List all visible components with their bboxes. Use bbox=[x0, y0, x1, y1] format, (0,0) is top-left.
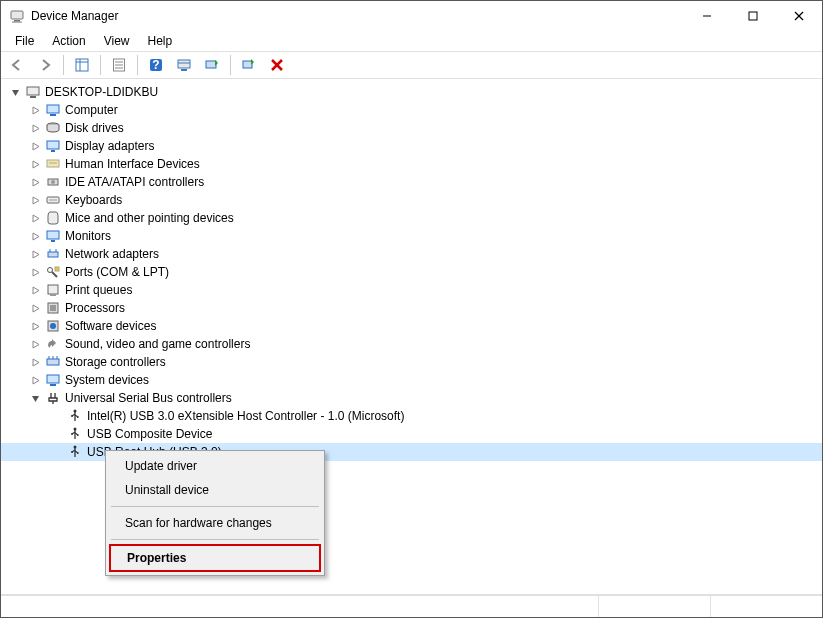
maximize-button[interactable] bbox=[730, 1, 776, 31]
expand-icon[interactable] bbox=[29, 374, 41, 386]
usb-icon bbox=[67, 408, 83, 424]
forward-button[interactable] bbox=[33, 53, 57, 77]
collapse-icon[interactable] bbox=[9, 86, 21, 98]
tree-category[interactable]: IDE ATA/ATAPI controllers bbox=[1, 173, 822, 191]
expand-icon[interactable] bbox=[29, 284, 41, 296]
svg-rect-42 bbox=[55, 267, 59, 271]
tree-category-label: Software devices bbox=[65, 319, 156, 333]
show-hide-tree-button[interactable] bbox=[70, 53, 94, 77]
expand-icon[interactable] bbox=[29, 230, 41, 242]
category-icon bbox=[45, 138, 61, 154]
tree-category[interactable]: Mice and other pointing devices bbox=[1, 209, 822, 227]
tree-root[interactable]: DESKTOP-LDIDKBU bbox=[1, 83, 822, 101]
category-icon bbox=[45, 246, 61, 262]
expand-icon[interactable] bbox=[29, 176, 41, 188]
svg-rect-58 bbox=[77, 416, 79, 418]
menu-file[interactable]: File bbox=[7, 32, 42, 50]
svg-rect-2 bbox=[12, 22, 22, 23]
tree-category[interactable]: Computer bbox=[1, 101, 822, 119]
expand-icon[interactable] bbox=[29, 266, 41, 278]
context-update-driver[interactable]: Update driver bbox=[109, 454, 321, 478]
svg-text:?: ? bbox=[152, 58, 159, 72]
expand-icon[interactable] bbox=[29, 338, 41, 350]
expand-icon[interactable] bbox=[29, 302, 41, 314]
svg-rect-16 bbox=[178, 60, 190, 68]
tree-category[interactable]: Disk drives bbox=[1, 119, 822, 137]
category-icon bbox=[45, 264, 61, 280]
tree-category[interactable]: Human Interface Devices bbox=[1, 155, 822, 173]
tree-category[interactable]: Monitors bbox=[1, 227, 822, 245]
tree-device[interactable]: Intel(R) USB 3.0 eXtensible Host Control… bbox=[1, 407, 822, 425]
enable-device-button[interactable] bbox=[237, 53, 261, 77]
tree-category[interactable]: Storage controllers bbox=[1, 353, 822, 371]
update-driver-button[interactable] bbox=[200, 53, 224, 77]
device-manager-icon bbox=[9, 8, 25, 24]
status-cell-1 bbox=[1, 596, 598, 617]
help-button[interactable]: ? bbox=[144, 53, 168, 77]
back-button[interactable] bbox=[5, 53, 29, 77]
svg-rect-44 bbox=[50, 294, 56, 296]
category-icon bbox=[45, 228, 61, 244]
status-cell-3 bbox=[710, 596, 822, 617]
tree-category[interactable]: Display adapters bbox=[1, 137, 822, 155]
svg-rect-36 bbox=[47, 231, 59, 239]
tree-category[interactable]: Software devices bbox=[1, 317, 822, 335]
computer-icon bbox=[25, 84, 41, 100]
category-icon bbox=[45, 354, 61, 370]
properties-button[interactable] bbox=[107, 53, 131, 77]
tree-category-label: Sound, video and game controllers bbox=[65, 337, 250, 351]
expand-icon[interactable] bbox=[29, 140, 41, 152]
category-icon bbox=[45, 336, 61, 352]
uninstall-device-button[interactable] bbox=[265, 53, 289, 77]
expand-icon[interactable] bbox=[29, 212, 41, 224]
svg-rect-4 bbox=[749, 12, 757, 20]
expand-icon[interactable] bbox=[29, 158, 41, 170]
tree-category[interactable]: Print queues bbox=[1, 281, 822, 299]
svg-rect-28 bbox=[47, 141, 59, 149]
menu-help[interactable]: Help bbox=[140, 32, 181, 50]
tree-category[interactable]: Sound, video and game controllers bbox=[1, 335, 822, 353]
device-tree[interactable]: DESKTOP-LDIDKBU ComputerDisk drivesDispl… bbox=[1, 79, 822, 595]
tree-category[interactable]: Processors bbox=[1, 299, 822, 317]
svg-point-48 bbox=[50, 323, 56, 329]
context-uninstall-device[interactable]: Uninstall device bbox=[109, 478, 321, 502]
expand-icon[interactable] bbox=[29, 194, 41, 206]
expand-icon[interactable] bbox=[29, 248, 41, 260]
tree-category[interactable]: Keyboards bbox=[1, 191, 822, 209]
svg-rect-62 bbox=[77, 434, 79, 436]
context-separator bbox=[111, 506, 319, 507]
menu-view[interactable]: View bbox=[96, 32, 138, 50]
expand-icon[interactable] bbox=[29, 122, 41, 134]
svg-point-41 bbox=[48, 268, 53, 273]
close-button[interactable] bbox=[776, 1, 822, 31]
menu-action[interactable]: Action bbox=[44, 32, 93, 50]
tree-category-label: Computer bbox=[65, 103, 118, 117]
svg-rect-23 bbox=[27, 87, 39, 95]
minimize-button[interactable] bbox=[684, 1, 730, 31]
expand-placeholder bbox=[51, 428, 63, 440]
collapse-icon[interactable] bbox=[29, 392, 41, 404]
tree-category-label: Mice and other pointing devices bbox=[65, 211, 234, 225]
tree-category-label: IDE ATA/ATAPI controllers bbox=[65, 175, 204, 189]
scan-hardware-button[interactable] bbox=[172, 53, 196, 77]
tree-device[interactable]: USB Composite Device bbox=[1, 425, 822, 443]
svg-rect-1 bbox=[14, 20, 20, 22]
tree-category[interactable]: Ports (COM & LPT) bbox=[1, 263, 822, 281]
svg-point-61 bbox=[71, 433, 73, 435]
tree-category[interactable]: System devices bbox=[1, 371, 822, 389]
context-properties[interactable]: Properties bbox=[109, 544, 321, 572]
svg-rect-20 bbox=[243, 61, 252, 68]
tree-category[interactable]: Network adapters bbox=[1, 245, 822, 263]
expand-icon[interactable] bbox=[29, 320, 41, 332]
category-icon bbox=[45, 192, 61, 208]
statusbar bbox=[1, 595, 822, 617]
expand-icon[interactable] bbox=[29, 356, 41, 368]
expand-icon[interactable] bbox=[29, 104, 41, 116]
tree-category-label: Network adapters bbox=[65, 247, 159, 261]
tree-category-label: Disk drives bbox=[65, 121, 124, 135]
svg-rect-0 bbox=[11, 11, 23, 19]
toolbar-separator bbox=[100, 55, 101, 75]
context-scan-hardware[interactable]: Scan for hardware changes bbox=[109, 511, 321, 535]
tree-category[interactable]: Universal Serial Bus controllers bbox=[1, 389, 822, 407]
svg-rect-24 bbox=[30, 96, 36, 98]
